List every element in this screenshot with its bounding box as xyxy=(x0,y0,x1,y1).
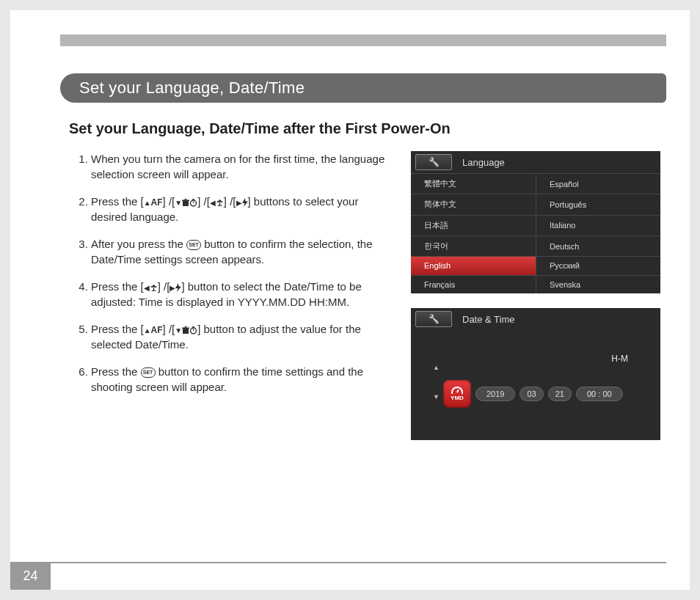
month-chip: 03 xyxy=(519,387,543,401)
section-title-band: Set your Language, Date/Time xyxy=(60,73,666,103)
self-timer-icon xyxy=(189,326,197,334)
screen-title: Language xyxy=(462,157,505,168)
set-button-icon: SET xyxy=(186,240,201,250)
subsection-heading: Set your Language, Date/Time after the F… xyxy=(69,120,666,137)
language-option: 한국어 xyxy=(411,235,536,256)
up-glyph-icon xyxy=(144,323,151,335)
ymd-format-badge: YMD xyxy=(443,380,471,408)
language-option: Español xyxy=(536,173,660,194)
svg-point-7 xyxy=(220,201,222,202)
af-label: AF xyxy=(151,197,163,208)
step-4: Press the [] /[] button to select the Da… xyxy=(91,279,388,310)
self-timer-icon xyxy=(189,199,197,207)
svg-point-6 xyxy=(216,201,219,202)
language-option: 繁體中文 xyxy=(411,173,536,194)
section-title: Set your Language, Date/Time xyxy=(79,78,305,98)
page-number: 24 xyxy=(10,562,51,590)
day-chip: 21 xyxy=(548,387,572,401)
trash-icon xyxy=(182,326,189,334)
svg-point-10 xyxy=(150,286,153,288)
af-label: AF xyxy=(151,325,163,335)
hour-minute-label: H-M xyxy=(611,354,628,364)
language-option: 日本語 xyxy=(411,215,536,235)
instruction-list: When you turn the camera on for the firs… xyxy=(69,151,388,406)
svg-rect-13 xyxy=(183,329,189,334)
left-glyph-icon xyxy=(210,195,216,208)
left-glyph-icon xyxy=(144,280,150,293)
wrench-icon xyxy=(415,154,452,170)
screen-title: Date & Time xyxy=(462,314,515,325)
svg-rect-0 xyxy=(183,201,189,206)
set-button-icon: SET xyxy=(141,367,156,378)
wrench-icon xyxy=(415,311,452,327)
screen-header: Language xyxy=(411,151,660,173)
step-3: After you press the SET button to confir… xyxy=(91,236,388,267)
language-option: English xyxy=(411,256,536,274)
screen-header: Date & Time xyxy=(411,308,660,330)
svg-rect-15 xyxy=(185,326,187,328)
language-option: Français xyxy=(411,275,536,293)
date-time-screen: Date & Time H-M ▲ ▼ YMD 2019 03 21 00 : … xyxy=(411,308,660,440)
language-option: Svenska xyxy=(536,275,660,293)
trash-icon xyxy=(182,199,189,207)
footer-rule xyxy=(51,562,666,563)
language-option: Deutsch xyxy=(536,235,660,256)
year-chip: 2019 xyxy=(475,387,515,401)
language-option: 简体中文 xyxy=(411,194,536,214)
time-chip: 00 : 00 xyxy=(576,387,623,401)
step-6: Press the SET button to confirm the time… xyxy=(91,364,388,395)
svg-rect-14 xyxy=(182,327,189,329)
right-glyph-icon xyxy=(236,195,242,208)
macro-flower-icon xyxy=(150,284,158,292)
language-option: Italiano xyxy=(536,215,660,235)
language-screen: Language 繁體中文Español简体中文Português日本語Ital… xyxy=(411,151,660,293)
right-glyph-icon xyxy=(169,280,175,293)
manual-page: Set your Language, Date/Time Set your La… xyxy=(10,10,690,590)
language-option: Русский xyxy=(536,256,660,274)
language-grid: 繁體中文Español简体中文Português日本語Italiano한국어De… xyxy=(411,173,660,293)
svg-point-11 xyxy=(154,286,156,288)
svg-rect-1 xyxy=(182,200,189,201)
language-option: Português xyxy=(536,194,660,214)
svg-marker-8 xyxy=(242,198,248,207)
step-1: When you turn the camera on for the firs… xyxy=(91,151,388,182)
header-stripe xyxy=(60,34,666,46)
date-time-row: YMD 2019 03 21 00 : 00 xyxy=(424,380,647,408)
ymd-label: YMD xyxy=(451,395,464,401)
down-glyph-icon xyxy=(175,323,182,335)
clock-icon xyxy=(451,387,463,394)
step-2: Press the [AF] /[] /[] /[] buttons to se… xyxy=(91,194,388,224)
flash-icon xyxy=(242,198,248,207)
macro-flower-icon xyxy=(216,199,224,207)
up-arrow-icon: ▲ xyxy=(433,364,440,371)
down-glyph-icon xyxy=(175,195,182,208)
svg-rect-2 xyxy=(185,199,187,200)
up-glyph-icon xyxy=(144,195,151,208)
step-5: Press the [AF] /[] button to adjust the … xyxy=(91,321,388,352)
